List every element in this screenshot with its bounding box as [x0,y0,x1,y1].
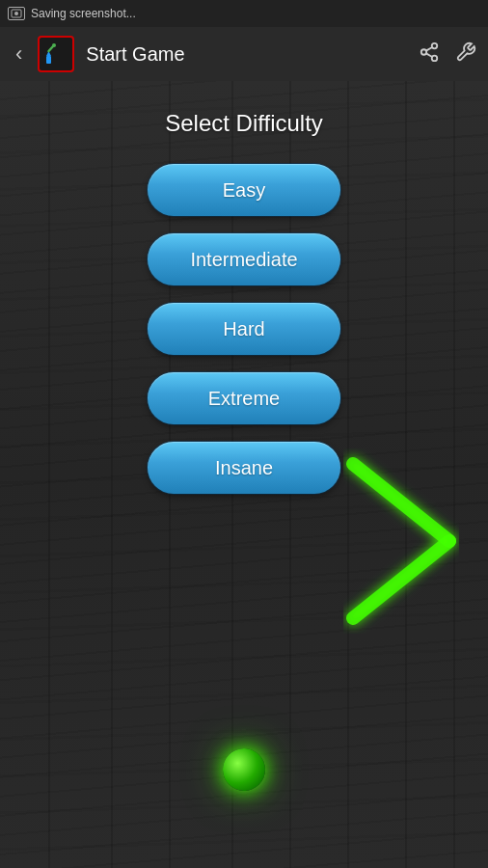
green-ball [223,748,265,791]
status-text: Saving screenshot... [31,7,136,20]
share-icon[interactable] [419,41,440,68]
page-title: Start Game [86,43,407,66]
action-bar: ‹ Start Game [0,27,488,81]
select-difficulty-title: Select Difficulty [165,110,323,137]
intermediate-button[interactable]: Intermediate [148,233,340,285]
screenshot-icon [8,7,25,20]
svg-line-12 [353,541,449,618]
svg-line-4 [49,46,54,51]
back-button[interactable]: ‹ [12,38,26,70]
main-content: Select Difficulty Easy Intermediate Hard… [0,81,488,868]
easy-button[interactable]: Easy [148,164,340,216]
extreme-button[interactable]: Extreme [148,372,340,424]
svg-rect-2 [46,56,51,64]
svg-line-9 [426,53,432,57]
action-icons [419,41,476,68]
svg-point-5 [52,43,56,47]
status-bar: Saving screenshot... [0,0,488,27]
svg-point-1 [14,12,18,15]
app-icon [38,36,74,72]
hard-button[interactable]: Hard [148,303,340,355]
wrench-icon[interactable] [455,41,476,68]
svg-point-7 [421,49,427,55]
content-overlay: Select Difficulty Easy Intermediate Hard… [0,81,488,511]
svg-point-8 [432,55,438,60]
insane-button[interactable]: Insane [148,442,340,494]
svg-line-10 [426,46,432,50]
svg-point-6 [432,42,438,48]
